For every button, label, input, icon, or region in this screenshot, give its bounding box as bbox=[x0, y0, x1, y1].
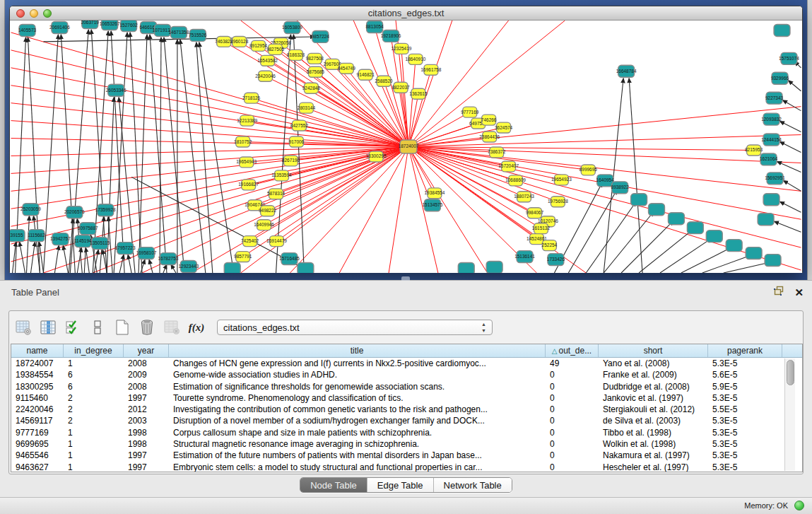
table-cell[interactable]: 0 bbox=[546, 369, 599, 380]
graph-node[interactable] bbox=[774, 24, 790, 36]
table-cell[interactable]: 18300295 bbox=[11, 381, 64, 392]
table-cell[interactable]: 5.3E-5 bbox=[708, 438, 782, 450]
table-cell[interactable]: Estimation of significance thresholds fo… bbox=[169, 381, 546, 392]
show-columns-icon[interactable] bbox=[40, 319, 57, 336]
float-panel-icon[interactable] bbox=[774, 286, 784, 298]
delete-table-icon[interactable] bbox=[139, 319, 155, 336]
tab-node-table[interactable]: Node Table bbox=[300, 478, 367, 492]
table-row[interactable]: 1938455462009Genome-wide association stu… bbox=[11, 369, 802, 380]
table-cell[interactable]: 9465546 bbox=[11, 450, 64, 461]
graph-node[interactable] bbox=[649, 204, 665, 216]
table-cell[interactable]: 0 bbox=[546, 450, 599, 461]
table-cell[interactable]: 0 bbox=[546, 415, 599, 426]
table-cell[interactable]: 0 bbox=[546, 392, 599, 404]
table-cell[interactable]: 2008 bbox=[124, 358, 169, 369]
tab-network-table[interactable]: Network Table bbox=[434, 478, 512, 492]
table-cell[interactable]: Yano et al. (2008) bbox=[599, 358, 708, 369]
table-cell[interactable]: 14569117 bbox=[11, 415, 64, 426]
graph-node[interactable] bbox=[726, 240, 742, 252]
row-height-icon[interactable] bbox=[89, 319, 106, 336]
window-titlebar[interactable]: citations_edges.txt bbox=[10, 6, 802, 21]
graph-node[interactable] bbox=[298, 263, 314, 273]
table-row[interactable]: 1830029562008Estimation of significance … bbox=[11, 381, 802, 392]
minimize-window-icon[interactable] bbox=[30, 9, 38, 18]
table-cell[interactable]: 2008 bbox=[124, 381, 169, 392]
table-cell[interactable]: Embryonic stem cells: a model to study s… bbox=[169, 462, 546, 472]
table-cell[interactable]: 1997 bbox=[124, 462, 169, 472]
table-row[interactable]: 946554611997Estimation of the future num… bbox=[11, 450, 802, 461]
table-cell[interactable]: 5.3E-5 bbox=[708, 415, 782, 426]
table-cell[interactable]: 1998 bbox=[124, 427, 169, 438]
graph-node[interactable] bbox=[224, 263, 240, 273]
table-cell[interactable]: 1998 bbox=[124, 438, 169, 450]
function-builder-icon[interactable]: f(x) bbox=[188, 319, 205, 336]
scrollbar-thumb[interactable] bbox=[787, 360, 794, 385]
table-cell[interactable]: 2009 bbox=[124, 369, 169, 380]
table-cell[interactable]: 1 bbox=[64, 358, 124, 369]
table-cell[interactable]: 0 bbox=[546, 438, 599, 450]
table-cell[interactable]: 19384554 bbox=[11, 369, 64, 380]
graph-node[interactable] bbox=[458, 263, 474, 273]
table-row[interactable]: 911546021997Tourette syndrome. Phenomeno… bbox=[11, 392, 802, 404]
network-table-select[interactable]: citations_edges.txt ▲▼ bbox=[217, 320, 493, 335]
table-cell[interactable]: 5.9E-5 bbox=[708, 381, 782, 392]
table-cell[interactable]: 2012 bbox=[124, 404, 169, 415]
table-cell[interactable]: 6 bbox=[64, 369, 124, 380]
column-header-year[interactable]: year bbox=[124, 344, 169, 357]
table-row[interactable]: 1872400712008Changes of HCN gene express… bbox=[11, 358, 802, 369]
table-cell[interactable]: 2 bbox=[64, 415, 124, 426]
graph-node[interactable] bbox=[763, 194, 779, 206]
graph-node[interactable] bbox=[758, 214, 774, 226]
graph-node[interactable] bbox=[631, 194, 647, 206]
table-row[interactable]: 977716911998Corpus callosum shape and si… bbox=[11, 427, 802, 438]
table-cell[interactable]: 0 bbox=[546, 381, 599, 392]
table-cell[interactable]: 5.5E-5 bbox=[708, 404, 782, 415]
table-cell[interactable]: Estimation of the future numbers of pati… bbox=[169, 450, 546, 461]
table-cell[interactable]: Corpus callosum shape and size in male p… bbox=[169, 427, 546, 438]
close-window-icon[interactable] bbox=[16, 9, 25, 18]
graph-node[interactable] bbox=[486, 262, 502, 273]
panel-splitter-handle[interactable] bbox=[401, 276, 410, 281]
column-header-name[interactable]: name bbox=[11, 344, 64, 357]
table-cell[interactable]: 2 bbox=[64, 404, 124, 415]
table-cell[interactable]: 1 bbox=[64, 427, 124, 438]
column-header-in-degree[interactable]: in_degree bbox=[64, 344, 124, 357]
table-cell[interactable]: 1 bbox=[64, 450, 124, 461]
column-header-title[interactable]: title bbox=[169, 344, 546, 357]
select-rows-icon[interactable] bbox=[64, 319, 81, 336]
table-cell[interactable]: 1997 bbox=[124, 392, 169, 404]
table-row[interactable]: 946362711997Embryonic stem cells: a mode… bbox=[11, 462, 802, 472]
table-cell[interactable]: Franke et al. (2009) bbox=[599, 369, 708, 380]
table-cell[interactable]: 5.3E-5 bbox=[708, 450, 782, 461]
table-cell[interactable]: de Silva et al. (2003) bbox=[599, 415, 708, 426]
table-row[interactable]: 1456911722003Disruption of a novel membe… bbox=[11, 415, 802, 426]
table-cell[interactable]: Tourette syndrome. Phenomenology and cla… bbox=[169, 392, 546, 404]
column-header-out-de-[interactable]: △out_de... bbox=[546, 344, 599, 357]
import-table-icon[interactable] bbox=[163, 319, 180, 336]
table-cell[interactable]: 0 bbox=[546, 462, 599, 472]
table-cell[interactable]: 5.3E-5 bbox=[708, 427, 782, 438]
close-panel-icon[interactable]: ✕ bbox=[794, 287, 804, 298]
graph-node[interactable] bbox=[668, 213, 684, 225]
table-cell[interactable]: 5.3E-5 bbox=[708, 462, 782, 472]
table-cell[interactable]: 1 bbox=[64, 438, 124, 450]
table-cell[interactable]: Disruption of a novel member of a sodium… bbox=[169, 415, 546, 426]
table-cell[interactable]: 0 bbox=[546, 404, 599, 415]
table-row[interactable]: 969969511998Structural magnetic resonanc… bbox=[11, 438, 802, 450]
table-cell[interactable]: Dudbridge et al. (2008) bbox=[599, 381, 708, 392]
table-cell[interactable]: 9463627 bbox=[11, 462, 64, 472]
graph-node[interactable] bbox=[765, 255, 781, 267]
table-cell[interactable]: 2 bbox=[64, 392, 124, 404]
table-cell[interactable]: Changes of HCN gene expression and I(f) … bbox=[169, 358, 546, 369]
table-cell[interactable]: 5.3E-5 bbox=[708, 358, 782, 369]
column-header-short[interactable]: short bbox=[599, 344, 708, 357]
table-cell[interactable]: Jankovic et al. (1997) bbox=[599, 392, 708, 404]
network-canvas[interactable]: 7463822896012889129542522605898275051654… bbox=[10, 21, 802, 273]
table-cell[interactable]: Stergiakouli et al. (2012) bbox=[599, 404, 708, 415]
table-cell[interactable]: Wolkin et al. (1998) bbox=[599, 438, 708, 450]
table-cell[interactable]: Tibbo et al. (1998) bbox=[599, 427, 708, 438]
citation-network-graph[interactable]: 7463822896012889129542522605898275051654… bbox=[10, 21, 802, 273]
table-cell[interactable]: 18724007 bbox=[11, 358, 64, 369]
graph-node[interactable] bbox=[706, 230, 722, 243]
graph-node[interactable] bbox=[687, 222, 703, 234]
